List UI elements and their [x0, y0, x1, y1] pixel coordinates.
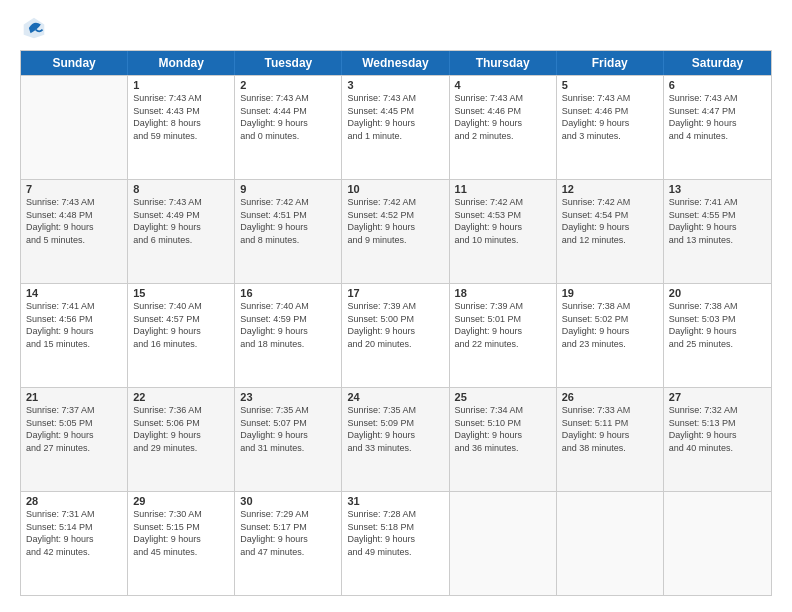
day-number: 8	[133, 183, 229, 195]
weekday-header: Friday	[557, 51, 664, 75]
day-number: 15	[133, 287, 229, 299]
day-number: 2	[240, 79, 336, 91]
weekday-header: Wednesday	[342, 51, 449, 75]
calendar-cell: 9Sunrise: 7:42 AMSunset: 4:51 PMDaylight…	[235, 180, 342, 283]
day-info: Sunrise: 7:43 AMSunset: 4:47 PMDaylight:…	[669, 92, 766, 142]
day-number: 20	[669, 287, 766, 299]
calendar-cell: 27Sunrise: 7:32 AMSunset: 5:13 PMDayligh…	[664, 388, 771, 491]
day-number: 13	[669, 183, 766, 195]
day-info: Sunrise: 7:33 AMSunset: 5:11 PMDaylight:…	[562, 404, 658, 454]
calendar-cell: 2Sunrise: 7:43 AMSunset: 4:44 PMDaylight…	[235, 76, 342, 179]
weekday-header: Tuesday	[235, 51, 342, 75]
day-info: Sunrise: 7:41 AMSunset: 4:55 PMDaylight:…	[669, 196, 766, 246]
day-info: Sunrise: 7:43 AMSunset: 4:46 PMDaylight:…	[455, 92, 551, 142]
calendar-cell: 3Sunrise: 7:43 AMSunset: 4:45 PMDaylight…	[342, 76, 449, 179]
day-info: Sunrise: 7:43 AMSunset: 4:46 PMDaylight:…	[562, 92, 658, 142]
day-info: Sunrise: 7:43 AMSunset: 4:49 PMDaylight:…	[133, 196, 229, 246]
calendar-cell: 14Sunrise: 7:41 AMSunset: 4:56 PMDayligh…	[21, 284, 128, 387]
calendar-row: 21Sunrise: 7:37 AMSunset: 5:05 PMDayligh…	[21, 387, 771, 491]
day-number: 9	[240, 183, 336, 195]
calendar-cell-empty	[450, 492, 557, 595]
day-info: Sunrise: 7:35 AMSunset: 5:09 PMDaylight:…	[347, 404, 443, 454]
day-number: 7	[26, 183, 122, 195]
calendar-cell: 28Sunrise: 7:31 AMSunset: 5:14 PMDayligh…	[21, 492, 128, 595]
day-info: Sunrise: 7:40 AMSunset: 4:57 PMDaylight:…	[133, 300, 229, 350]
day-number: 18	[455, 287, 551, 299]
logo-icon	[22, 16, 46, 40]
calendar-cell: 18Sunrise: 7:39 AMSunset: 5:01 PMDayligh…	[450, 284, 557, 387]
calendar-cell: 1Sunrise: 7:43 AMSunset: 4:43 PMDaylight…	[128, 76, 235, 179]
weekday-header: Sunday	[21, 51, 128, 75]
day-info: Sunrise: 7:29 AMSunset: 5:17 PMDaylight:…	[240, 508, 336, 558]
calendar-cell-empty	[664, 492, 771, 595]
calendar-cell: 23Sunrise: 7:35 AMSunset: 5:07 PMDayligh…	[235, 388, 342, 491]
calendar-row: 14Sunrise: 7:41 AMSunset: 4:56 PMDayligh…	[21, 283, 771, 387]
calendar-cell: 12Sunrise: 7:42 AMSunset: 4:54 PMDayligh…	[557, 180, 664, 283]
day-info: Sunrise: 7:42 AMSunset: 4:52 PMDaylight:…	[347, 196, 443, 246]
day-info: Sunrise: 7:30 AMSunset: 5:15 PMDaylight:…	[133, 508, 229, 558]
calendar-cell: 4Sunrise: 7:43 AMSunset: 4:46 PMDaylight…	[450, 76, 557, 179]
calendar-cell: 13Sunrise: 7:41 AMSunset: 4:55 PMDayligh…	[664, 180, 771, 283]
calendar-cell: 8Sunrise: 7:43 AMSunset: 4:49 PMDaylight…	[128, 180, 235, 283]
day-info: Sunrise: 7:35 AMSunset: 5:07 PMDaylight:…	[240, 404, 336, 454]
day-info: Sunrise: 7:42 AMSunset: 4:51 PMDaylight:…	[240, 196, 336, 246]
calendar-row: 7Sunrise: 7:43 AMSunset: 4:48 PMDaylight…	[21, 179, 771, 283]
day-info: Sunrise: 7:39 AMSunset: 5:00 PMDaylight:…	[347, 300, 443, 350]
day-info: Sunrise: 7:40 AMSunset: 4:59 PMDaylight:…	[240, 300, 336, 350]
day-number: 31	[347, 495, 443, 507]
day-number: 3	[347, 79, 443, 91]
calendar-cell: 21Sunrise: 7:37 AMSunset: 5:05 PMDayligh…	[21, 388, 128, 491]
day-number: 22	[133, 391, 229, 403]
calendar: SundayMondayTuesdayWednesdayThursdayFrid…	[20, 50, 772, 596]
weekday-header: Thursday	[450, 51, 557, 75]
day-info: Sunrise: 7:38 AMSunset: 5:02 PMDaylight:…	[562, 300, 658, 350]
day-number: 16	[240, 287, 336, 299]
day-info: Sunrise: 7:42 AMSunset: 4:53 PMDaylight:…	[455, 196, 551, 246]
day-info: Sunrise: 7:34 AMSunset: 5:10 PMDaylight:…	[455, 404, 551, 454]
day-info: Sunrise: 7:43 AMSunset: 4:44 PMDaylight:…	[240, 92, 336, 142]
day-info: Sunrise: 7:31 AMSunset: 5:14 PMDaylight:…	[26, 508, 122, 558]
calendar-cell: 26Sunrise: 7:33 AMSunset: 5:11 PMDayligh…	[557, 388, 664, 491]
day-number: 30	[240, 495, 336, 507]
calendar-cell: 7Sunrise: 7:43 AMSunset: 4:48 PMDaylight…	[21, 180, 128, 283]
calendar-cell: 6Sunrise: 7:43 AMSunset: 4:47 PMDaylight…	[664, 76, 771, 179]
day-info: Sunrise: 7:42 AMSunset: 4:54 PMDaylight:…	[562, 196, 658, 246]
day-number: 23	[240, 391, 336, 403]
day-number: 25	[455, 391, 551, 403]
day-number: 10	[347, 183, 443, 195]
day-number: 27	[669, 391, 766, 403]
day-number: 24	[347, 391, 443, 403]
day-number: 6	[669, 79, 766, 91]
weekday-header: Saturday	[664, 51, 771, 75]
day-info: Sunrise: 7:43 AMSunset: 4:48 PMDaylight:…	[26, 196, 122, 246]
day-info: Sunrise: 7:38 AMSunset: 5:03 PMDaylight:…	[669, 300, 766, 350]
day-number: 14	[26, 287, 122, 299]
day-info: Sunrise: 7:36 AMSunset: 5:06 PMDaylight:…	[133, 404, 229, 454]
day-number: 21	[26, 391, 122, 403]
day-number: 19	[562, 287, 658, 299]
calendar-cell-empty	[21, 76, 128, 179]
calendar-cell: 16Sunrise: 7:40 AMSunset: 4:59 PMDayligh…	[235, 284, 342, 387]
calendar-cell: 29Sunrise: 7:30 AMSunset: 5:15 PMDayligh…	[128, 492, 235, 595]
calendar-cell: 5Sunrise: 7:43 AMSunset: 4:46 PMDaylight…	[557, 76, 664, 179]
logo	[20, 16, 46, 40]
calendar-cell: 31Sunrise: 7:28 AMSunset: 5:18 PMDayligh…	[342, 492, 449, 595]
calendar-cell: 15Sunrise: 7:40 AMSunset: 4:57 PMDayligh…	[128, 284, 235, 387]
calendar-cell: 11Sunrise: 7:42 AMSunset: 4:53 PMDayligh…	[450, 180, 557, 283]
calendar-cell: 10Sunrise: 7:42 AMSunset: 4:52 PMDayligh…	[342, 180, 449, 283]
page: SundayMondayTuesdayWednesdayThursdayFrid…	[0, 0, 792, 612]
calendar-cell-empty	[557, 492, 664, 595]
day-info: Sunrise: 7:37 AMSunset: 5:05 PMDaylight:…	[26, 404, 122, 454]
day-info: Sunrise: 7:41 AMSunset: 4:56 PMDaylight:…	[26, 300, 122, 350]
day-number: 29	[133, 495, 229, 507]
day-number: 26	[562, 391, 658, 403]
calendar-row: 28Sunrise: 7:31 AMSunset: 5:14 PMDayligh…	[21, 491, 771, 595]
day-info: Sunrise: 7:43 AMSunset: 4:45 PMDaylight:…	[347, 92, 443, 142]
calendar-cell: 20Sunrise: 7:38 AMSunset: 5:03 PMDayligh…	[664, 284, 771, 387]
day-number: 17	[347, 287, 443, 299]
calendar-header: SundayMondayTuesdayWednesdayThursdayFrid…	[21, 51, 771, 75]
day-number: 1	[133, 79, 229, 91]
day-number: 12	[562, 183, 658, 195]
day-info: Sunrise: 7:43 AMSunset: 4:43 PMDaylight:…	[133, 92, 229, 142]
day-number: 11	[455, 183, 551, 195]
